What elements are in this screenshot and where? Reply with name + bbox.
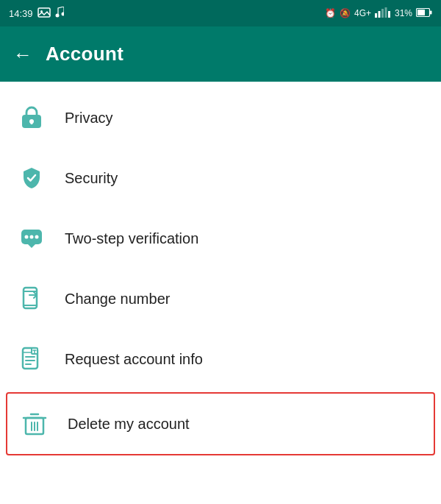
- svg-rect-8: [388, 11, 390, 18]
- signal-bars: [375, 7, 391, 20]
- menu-item-two-step[interactable]: Two-step verification: [0, 208, 441, 269]
- network-text: 4G+: [354, 8, 371, 18]
- menu-item-delete-account[interactable]: Delete my account: [6, 392, 435, 455]
- lock-icon: [15, 101, 49, 135]
- battery-percent: 31%: [395, 8, 412, 18]
- privacy-label: Privacy: [65, 110, 113, 127]
- mute-icon: 🔕: [340, 8, 351, 18]
- trash-icon: [18, 407, 51, 441]
- music-icon: [55, 7, 64, 21]
- svg-point-17: [30, 235, 34, 239]
- doc-info-icon: [15, 342, 49, 376]
- time: 14:39: [9, 8, 33, 19]
- shield-icon: [15, 161, 49, 195]
- page-title: Account: [46, 43, 123, 65]
- delete-account-label: Delete my account: [68, 416, 190, 433]
- dots-bubble-icon: [15, 221, 49, 255]
- menu-item-security[interactable]: Security: [0, 148, 441, 208]
- svg-point-16: [25, 235, 29, 239]
- alarm-icon: ⏰: [325, 8, 336, 18]
- app-bar: ← Account: [0, 26, 441, 82]
- svg-rect-11: [430, 10, 432, 14]
- menu-item-privacy[interactable]: Privacy: [0, 88, 441, 148]
- svg-rect-7: [384, 7, 387, 18]
- change-number-label: Change number: [65, 291, 170, 308]
- menu-content: Privacy Security Two-step verification: [0, 82, 441, 464]
- svg-rect-14: [31, 121, 33, 124]
- svg-point-18: [35, 235, 39, 239]
- phone-change-icon: [15, 282, 49, 316]
- battery-icon: [416, 8, 432, 19]
- gallery-icon: [37, 7, 51, 20]
- request-info-label: Request account info: [65, 351, 203, 368]
- back-button[interactable]: ←: [13, 45, 32, 64]
- status-bar: 14:39 ⏰ 🔕 4G+: [0, 0, 441, 26]
- menu-item-change-number[interactable]: Change number: [0, 269, 441, 329]
- menu-item-request-info[interactable]: Request account info: [0, 329, 441, 389]
- status-left: 14:39: [9, 7, 64, 21]
- svg-point-3: [61, 12, 64, 15]
- security-label: Security: [65, 170, 118, 187]
- svg-rect-4: [375, 13, 377, 18]
- two-step-label: Two-step verification: [65, 230, 198, 247]
- svg-rect-5: [378, 11, 380, 18]
- svg-point-2: [55, 13, 59, 17]
- svg-rect-6: [381, 9, 384, 18]
- svg-rect-10: [417, 10, 425, 15]
- status-right: ⏰ 🔕 4G+ 31%: [325, 7, 432, 20]
